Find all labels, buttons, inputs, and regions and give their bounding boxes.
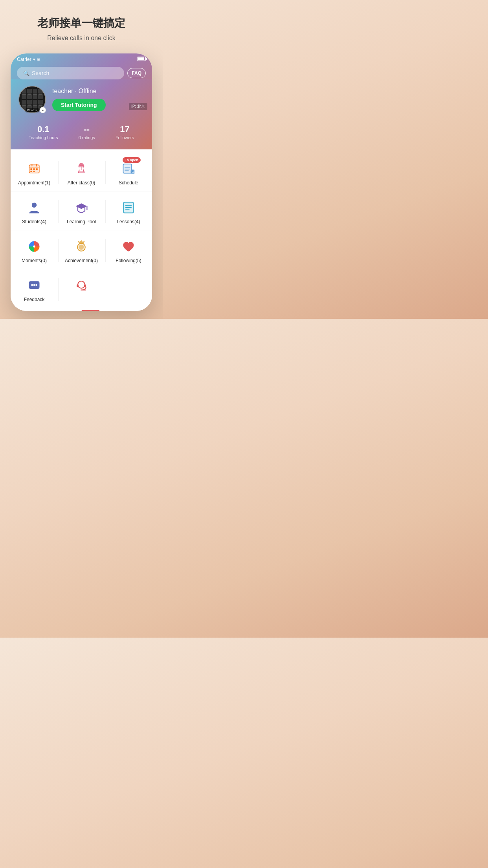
students-icon <box>27 200 41 215</box>
page-header: 老师接单一键搞定 Relieve calls in one click <box>29 16 133 42</box>
svg-rect-8 <box>30 171 32 172</box>
battery-icon <box>137 57 146 61</box>
profile-section: Photos ● teacher · Offline Start Tutorin… <box>11 79 152 149</box>
schedule-icon-wrapper: To open <box>119 160 138 178</box>
moments-icon <box>27 239 41 254</box>
svg-rect-2 <box>29 167 39 167</box>
phone-mockup: Carrier ▾ ≋ 🔍 Search FAQ <box>11 53 152 311</box>
menu-label-moments: Moments(0) <box>22 258 47 263</box>
stat-ratings-value: -- <box>79 124 95 134</box>
battery-fill <box>138 57 144 60</box>
status-left: Carrier ▾ ≋ <box>17 57 40 62</box>
menu-row-2: Students(4) Learning Pool <box>11 191 152 230</box>
svg-point-39 <box>78 281 85 288</box>
menu-label-achievement: Achievement(0) <box>65 258 98 263</box>
svg-rect-7 <box>36 168 38 170</box>
menu-item-achievement[interactable]: Achievement(0) <box>58 234 105 267</box>
svg-point-31 <box>33 245 35 247</box>
schedule-icon <box>121 162 136 176</box>
svg-point-36 <box>31 284 33 286</box>
menu-label-lessons: Lessons(4) <box>117 219 140 224</box>
start-tutoring-button[interactable]: Start Tutoring <box>52 99 106 111</box>
svg-rect-9 <box>33 171 35 172</box>
avatar-photos-label: Photos <box>26 108 39 112</box>
menu-item-lessons[interactable]: Lessons(4) <box>105 195 152 228</box>
svg-rect-40 <box>77 284 79 287</box>
menu-label-appointment: Appointment(1) <box>18 180 50 186</box>
admin-icon <box>74 278 88 292</box>
menu-bottom-row: Feedback Admin <box>11 269 152 308</box>
afterclass-icon-wrapper <box>72 160 90 178</box>
menu-item-appointment[interactable]: Appointment(1) <box>11 156 58 189</box>
following-icon <box>121 239 136 254</box>
feedback-icon-wrapper <box>25 276 43 294</box>
menu-item-feedback[interactable]: Feedback <box>11 273 58 305</box>
svg-rect-41 <box>84 284 86 287</box>
menu-row-1: Appointment(1) After class(0) <box>11 153 152 191</box>
menu-item-schedule[interactable]: To open Schedule <box>105 156 152 189</box>
stat-followers-value: 17 <box>116 124 134 134</box>
svg-point-38 <box>35 284 37 286</box>
faq-button[interactable]: FAQ <box>127 68 146 78</box>
achievement-icon-wrapper <box>72 237 90 256</box>
svg-rect-11 <box>78 171 85 173</box>
ip-badge: IP: 北京 <box>129 103 147 110</box>
achievement-icon <box>74 239 88 254</box>
profile-row: Photos ● teacher · Offline Start Tutorin… <box>18 86 144 113</box>
calendar-icon <box>28 162 40 175</box>
admin-icon-wrapper <box>72 276 90 294</box>
svg-rect-6 <box>33 168 35 170</box>
svg-point-21 <box>32 202 37 208</box>
learning-icon <box>74 200 88 215</box>
following-icon-wrapper <box>119 237 138 256</box>
svg-point-20 <box>132 170 134 172</box>
to-open-badge: To open <box>123 157 141 163</box>
svg-rect-5 <box>30 168 32 170</box>
carrier-label: Carrier <box>17 57 31 62</box>
svg-point-34 <box>79 245 84 250</box>
menu-row-3: Moments(0) Achievement(0) <box>11 230 152 269</box>
stat-teaching-hours: 0.1 Teaching hours <box>29 124 58 140</box>
phone-notch-area: Carrier ▾ ≋ 🔍 Search FAQ <box>11 53 152 149</box>
stat-ratings: -- 0 ratings <box>79 124 95 140</box>
stats-row: 0.1 Teaching hours -- 0 ratings 17 Follo… <box>18 120 144 142</box>
search-bar-container: 🔍 Search FAQ <box>11 64 152 79</box>
stat-followers-label: Followers <box>116 135 134 140</box>
menu-item-moments[interactable]: Moments(0) <box>11 234 58 267</box>
page-subtitle: Relieve calls in one click <box>37 35 125 42</box>
menu-label-feedback: Feedback <box>24 297 45 302</box>
menu-label-afterclass: After class(0) <box>68 180 95 186</box>
avatar-container[interactable]: Photos ● <box>18 86 46 113</box>
menu-grid: Appointment(1) After class(0) <box>11 149 152 311</box>
lessons-icon <box>121 200 136 215</box>
menu-item-learning-pool[interactable]: Learning Pool <box>58 195 105 228</box>
search-icon: 🔍 <box>23 70 29 76</box>
battery-container <box>137 57 146 62</box>
menu-item-students[interactable]: Students(4) <box>11 195 58 228</box>
menu-label-students: Students(4) <box>22 219 46 224</box>
lessons-icon-wrapper <box>119 199 138 217</box>
menu-label-schedule: Schedule <box>119 180 138 186</box>
menu-item-afterclass[interactable]: After class(0) <box>58 156 105 189</box>
afterclass-icon <box>74 162 88 176</box>
menu-item-admin[interactable]: Admin <box>58 273 105 305</box>
profile-name-status: teacher · Offline <box>52 88 144 95</box>
page-title-zh: 老师接单一键搞定 <box>37 16 125 31</box>
search-placeholder: Search <box>32 70 49 76</box>
students-icon-wrapper <box>25 199 43 217</box>
menu-label-learning-pool: Learning Pool <box>67 219 96 224</box>
admin-badge: Admin <box>81 310 101 311</box>
search-bar[interactable]: 🔍 Search <box>17 67 124 79</box>
stat-followers: 17 Followers <box>116 124 134 140</box>
feedback-icon <box>27 278 41 292</box>
avatar-edit-icon[interactable]: ● <box>40 107 46 113</box>
calendar-icon-wrapper <box>25 160 43 178</box>
learning-icon-wrapper <box>72 199 90 217</box>
svg-point-37 <box>33 284 35 286</box>
stat-teaching-hours-label: Teaching hours <box>29 135 58 140</box>
status-bar: Carrier ▾ ≋ <box>11 53 152 64</box>
stat-teaching-hours-value: 0.1 <box>29 124 58 134</box>
menu-item-following[interactable]: Following(5) <box>105 234 152 267</box>
wifi-icon: ▾ ≋ <box>33 57 40 62</box>
menu-label-following: Following(5) <box>116 258 141 263</box>
